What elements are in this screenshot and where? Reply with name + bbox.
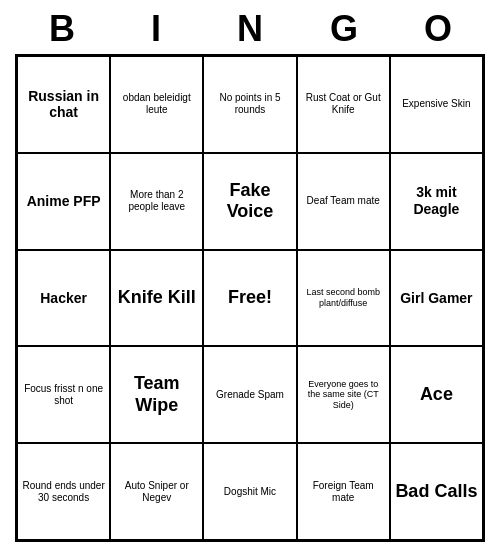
letter-b: B	[22, 8, 102, 50]
bingo-cell[interactable]: Focus frisst n one shot	[17, 346, 110, 443]
bingo-cell[interactable]: Foreign Team mate	[297, 443, 390, 540]
bingo-cell[interactable]: Knife Kill	[110, 250, 203, 347]
bingo-cell[interactable]: Ace	[390, 346, 483, 443]
bingo-cell[interactable]: Deaf Team mate	[297, 153, 390, 250]
bingo-cell[interactable]: Free!	[203, 250, 296, 347]
bingo-cell[interactable]: Round ends under 30 seconds	[17, 443, 110, 540]
letter-g: G	[304, 8, 384, 50]
bingo-cell[interactable]: Last second bomb plant/diffuse	[297, 250, 390, 347]
bingo-cell[interactable]: Anime PFP	[17, 153, 110, 250]
bingo-cell[interactable]: Everyone goes to the same site (CT Side)	[297, 346, 390, 443]
bingo-cell[interactable]: Fake Voice	[203, 153, 296, 250]
bingo-cell[interactable]: Dogshit Mic	[203, 443, 296, 540]
bingo-cell[interactable]: Expensive Skin	[390, 56, 483, 153]
bingo-cell[interactable]: Russian in chat	[17, 56, 110, 153]
bingo-cell[interactable]: Bad Calls	[390, 443, 483, 540]
bingo-cell[interactable]: Auto Sniper or Negev	[110, 443, 203, 540]
bingo-cell[interactable]: More than 2 people leave	[110, 153, 203, 250]
bingo-cell[interactable]: Rust Coat or Gut Knife	[297, 56, 390, 153]
bingo-cell[interactable]: obdan beleidigt leute	[110, 56, 203, 153]
bingo-cell[interactable]: Hacker	[17, 250, 110, 347]
bingo-cell[interactable]: 3k mit Deagle	[390, 153, 483, 250]
bingo-grid: Russian in chatobdan beleidigt leuteNo p…	[15, 54, 485, 542]
bingo-cell[interactable]: Girl Gamer	[390, 250, 483, 347]
bingo-header: B I N G O	[15, 0, 485, 54]
bingo-cell[interactable]: No points in 5 rounds	[203, 56, 296, 153]
letter-o: O	[398, 8, 478, 50]
bingo-cell[interactable]: Team Wipe	[110, 346, 203, 443]
letter-i: I	[116, 8, 196, 50]
bingo-cell[interactable]: Grenade Spam	[203, 346, 296, 443]
letter-n: N	[210, 8, 290, 50]
